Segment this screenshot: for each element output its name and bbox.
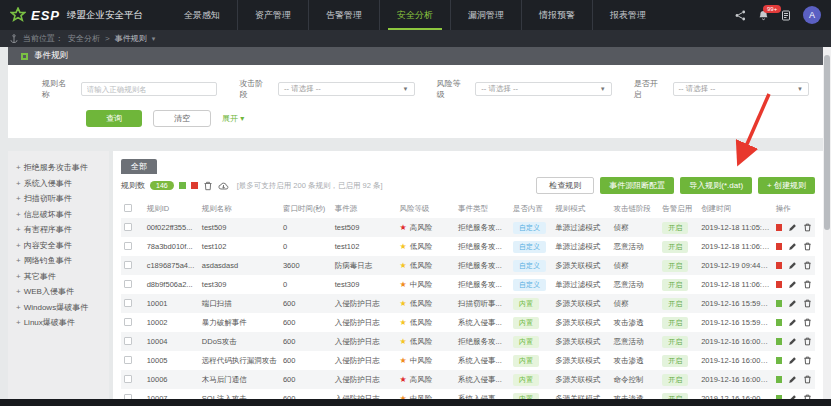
user-avatar[interactable]: A (803, 6, 821, 24)
edit-icon[interactable] (788, 242, 797, 251)
table-row[interactable]: 10001端口扫描600入侵防护日志★低风险扫描窃听事...内置多源关联模式侦察… (121, 294, 815, 313)
delete-icon[interactable] (803, 280, 812, 289)
expand-plus-icon[interactable]: + (16, 225, 21, 234)
toggle-rule-square[interactable] (776, 224, 782, 231)
toggle-rule-square[interactable] (776, 262, 782, 269)
delete-icon[interactable] (803, 299, 812, 308)
table-row[interactable]: d8b9f506a2...test3090test309★中风险拒绝服务攻...… (121, 275, 815, 294)
check-rules-button[interactable]: 检查规则 (536, 177, 594, 194)
expand-plus-icon[interactable]: + (16, 256, 21, 265)
toggle-rule-square[interactable] (776, 376, 782, 383)
sidebar-item-1[interactable]: +拒绝服务攻击事件 (16, 160, 109, 176)
nav-item-6[interactable]: 情报预警 (521, 0, 592, 30)
expand-plus-icon[interactable]: + (16, 163, 21, 172)
sidebar-item-11[interactable]: +Linux爆破事件 (16, 315, 109, 331)
sidebar-item-7[interactable]: +网络钓鱼事件 (16, 253, 109, 269)
edit-icon[interactable] (788, 280, 797, 289)
row-checkbox[interactable] (124, 261, 132, 269)
table-row[interactable]: 78a3bd010f...test1020test102★低风险拒绝服务攻...… (121, 237, 815, 256)
share-icon[interactable] (735, 10, 746, 21)
row-checkbox[interactable] (124, 242, 132, 250)
export-cloud-icon[interactable] (218, 181, 229, 191)
attack-stage-select[interactable]: -- 请选择 -- ▼ (278, 82, 414, 96)
breadcrumb-current[interactable]: 事件规则 (115, 33, 147, 44)
table-row[interactable]: 00f022ff355...test5090test509★高风险拒绝服务攻..… (121, 218, 815, 237)
delete-icon[interactable] (803, 261, 812, 270)
sidebar-item-2[interactable]: +系统入侵事件 (16, 176, 109, 192)
sidebar-item-4[interactable]: +信息破坏事件 (16, 207, 109, 223)
nav-item-2[interactable]: 资产管理 (237, 0, 308, 30)
edit-icon[interactable] (788, 337, 797, 346)
edit-icon[interactable] (788, 375, 797, 384)
row-checkbox[interactable] (124, 280, 132, 288)
expand-plus-icon[interactable]: + (16, 179, 21, 188)
delete-icon[interactable] (803, 223, 812, 232)
delete-icon[interactable] (803, 337, 812, 346)
table-row[interactable]: c1896875a4...asdasdasd3600防病毒日志★低风险拒绝服务攻… (121, 256, 815, 275)
edit-icon[interactable] (788, 299, 797, 308)
delete-rules-icon[interactable] (203, 181, 213, 191)
breadcrumb-caret-icon[interactable]: ▾ (152, 35, 156, 43)
breadcrumb-path[interactable]: 安全分析 (68, 33, 100, 44)
delete-icon[interactable] (803, 318, 812, 327)
expand-plus-icon[interactable]: + (16, 272, 21, 281)
notifications-bell-icon[interactable]: 99+ (758, 10, 769, 21)
row-checkbox[interactable] (124, 318, 132, 326)
edit-icon[interactable] (788, 318, 797, 327)
delete-icon[interactable] (803, 242, 812, 251)
toggle-rule-square[interactable] (776, 243, 782, 250)
sidebar-item-3[interactable]: +扫描窃听事件 (16, 191, 109, 207)
table-row[interactable]: 10006木马后门通信600入侵防护日志★高风险系统入侵事...内置多源关联模式… (121, 370, 815, 389)
edit-icon[interactable] (788, 261, 797, 270)
expand-plus-icon[interactable]: + (16, 303, 21, 312)
risk-star-icon: ★ (400, 280, 407, 289)
clear-button[interactable]: 清空 (153, 110, 211, 127)
toggle-rule-square[interactable] (776, 357, 782, 364)
row-checkbox[interactable] (124, 337, 132, 345)
edit-icon[interactable] (788, 223, 797, 232)
rule-name-input[interactable] (81, 82, 217, 96)
cell-event-source: test509 (332, 218, 397, 237)
expand-plus-icon[interactable]: + (16, 241, 21, 250)
sidebar-item-9[interactable]: +WEB入侵事件 (16, 284, 109, 300)
expand-plus-icon[interactable]: + (16, 318, 21, 327)
delete-icon[interactable] (803, 375, 812, 384)
edit-icon[interactable] (788, 356, 797, 365)
expand-link[interactable]: 展开 ▾ (222, 113, 244, 124)
scrollbar-thumb[interactable] (824, 55, 830, 230)
risk-level-select[interactable]: -- 请选择 -- ▼ (475, 82, 611, 96)
tab-all[interactable]: 全部 (121, 159, 157, 174)
expand-plus-icon[interactable]: + (16, 194, 21, 203)
search-button[interactable]: 查询 (86, 110, 142, 127)
nav-item-4[interactable]: 安全分析 (379, 0, 450, 30)
row-checkbox[interactable] (124, 223, 132, 231)
delete-icon[interactable] (803, 356, 812, 365)
row-checkbox[interactable] (124, 299, 132, 307)
row-checkbox[interactable] (124, 356, 132, 364)
create-rule-button[interactable]: + 创建规则 (758, 177, 815, 194)
expand-plus-icon[interactable]: + (16, 210, 21, 219)
cell-attack-stage: 恶意活动 (611, 237, 660, 256)
enabled-select[interactable]: -- 请选择 -- ▼ (673, 82, 809, 96)
sidebar-item-6[interactable]: +内容安全事件 (16, 238, 109, 254)
table-row[interactable]: 10002暴力破解事件600入侵防护日志★低风险系统入侵事...内置多源关联模式… (121, 313, 815, 332)
sidebar-item-10[interactable]: +Windows爆破事件 (16, 300, 109, 316)
sidebar-item-8[interactable]: +其它事件 (16, 269, 109, 285)
row-checkbox[interactable] (124, 375, 132, 383)
expand-plus-icon[interactable]: + (16, 287, 21, 296)
toggle-rule-square[interactable] (776, 319, 782, 326)
import-rules-button[interactable]: 导入规则(*.dat) (680, 177, 752, 194)
nav-item-7[interactable]: 报表管理 (592, 0, 663, 30)
toggle-rule-square[interactable] (776, 300, 782, 307)
nav-item-3[interactable]: 告警管理 (308, 0, 379, 30)
table-row[interactable]: 10004DDoS攻击600入侵防护日志★低风险拒绝服务攻...内置多源关联模式… (121, 332, 815, 351)
event-source-block-config-button[interactable]: 事件源阻断配置 (600, 177, 674, 194)
toggle-rule-square[interactable] (776, 281, 782, 288)
nav-item-5[interactable]: 漏洞管理 (450, 0, 521, 30)
document-icon[interactable] (781, 10, 791, 21)
table-row[interactable]: 10005远程代码执行漏洞攻击600入侵防护日志★中风险系统入侵事...内置多源… (121, 351, 815, 370)
nav-item-1[interactable]: 全景感知 (167, 0, 237, 30)
select-all-checkbox[interactable] (124, 204, 132, 212)
toggle-rule-square[interactable] (776, 338, 782, 345)
sidebar-item-5[interactable]: +有害程序事件 (16, 222, 109, 238)
